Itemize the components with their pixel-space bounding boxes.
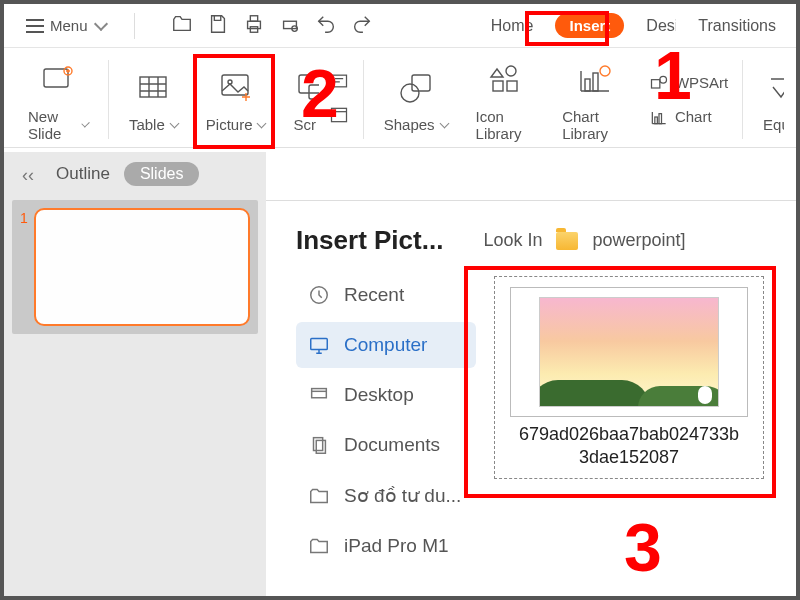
chevron-down-icon bbox=[439, 118, 449, 128]
svg-rect-12 bbox=[331, 75, 346, 87]
source-computer[interactable]: Computer bbox=[296, 322, 476, 368]
svg-rect-1 bbox=[250, 15, 257, 21]
picture-button[interactable]: Picture bbox=[194, 60, 278, 139]
screenshot-button[interactable]: Scr bbox=[281, 60, 318, 139]
file-item[interactable]: 679ad026baa7bab024733b3dae152087 bbox=[494, 276, 764, 479]
source-folder-2[interactable]: iPad Pro M1 bbox=[296, 523, 476, 569]
small-group-2: WPSArt Chart bbox=[643, 73, 734, 127]
source-recent[interactable]: Recent bbox=[296, 272, 476, 318]
svg-point-21 bbox=[600, 66, 610, 76]
icon-library-icon bbox=[485, 56, 525, 102]
svg-rect-0 bbox=[247, 21, 260, 28]
tab-design[interactable]: Design bbox=[646, 17, 676, 35]
tab-home[interactable]: Home bbox=[491, 17, 534, 35]
svg-point-15 bbox=[401, 84, 419, 102]
header-footer-icon[interactable] bbox=[329, 105, 349, 129]
chart-button[interactable]: Chart bbox=[649, 107, 728, 127]
source-folder-1[interactable]: Sơ đồ tư du... bbox=[296, 472, 476, 519]
shapes-icon bbox=[396, 64, 436, 110]
folder-icon bbox=[556, 232, 578, 250]
slide-preview bbox=[34, 208, 250, 326]
outline-tab[interactable]: Outline bbox=[56, 164, 110, 184]
svg-rect-28 bbox=[312, 389, 327, 398]
icon-library-button[interactable]: Icon Library bbox=[464, 52, 547, 148]
svg-rect-25 bbox=[659, 113, 662, 123]
svg-rect-17 bbox=[493, 81, 503, 91]
wpsart-button[interactable]: WPSArt bbox=[649, 73, 728, 93]
hamburger-icon bbox=[26, 19, 44, 33]
chevron-down-icon bbox=[81, 119, 90, 128]
source-list: Recent Computer Desktop Documents Sơ đồ … bbox=[296, 272, 476, 569]
new-slide-label: New Slide bbox=[28, 108, 77, 142]
source-label: Desktop bbox=[344, 384, 414, 406]
folder-icon bbox=[308, 485, 330, 507]
equation-icon bbox=[763, 64, 784, 110]
textbox-icon[interactable] bbox=[329, 71, 349, 95]
slide-thumbnail-container: 1 bbox=[12, 200, 258, 334]
svg-rect-31 bbox=[316, 440, 325, 453]
new-slide-button[interactable]: New Slide bbox=[16, 52, 100, 148]
file-thumbnail bbox=[510, 287, 748, 417]
chevron-down-icon bbox=[169, 118, 179, 128]
panel-header: Outline Slides bbox=[4, 152, 266, 192]
source-desktop[interactable]: Desktop bbox=[296, 372, 476, 418]
divider bbox=[134, 13, 135, 39]
open-icon[interactable] bbox=[171, 13, 193, 39]
screenshot-icon bbox=[293, 64, 318, 110]
svg-rect-3 bbox=[283, 21, 296, 28]
ribbon-insert: New Slide Table Picture Scr Shapes Icon … bbox=[4, 48, 796, 148]
menu-bar: Menu Home Insert Design Transitions bbox=[4, 4, 796, 48]
svg-rect-7 bbox=[140, 77, 166, 97]
svg-rect-27 bbox=[311, 339, 328, 350]
menu-label: Menu bbox=[50, 17, 88, 34]
svg-rect-22 bbox=[651, 79, 659, 87]
svg-rect-11 bbox=[309, 85, 318, 99]
chart-library-button[interactable]: Chart Library bbox=[550, 52, 639, 148]
svg-point-16 bbox=[506, 66, 516, 76]
table-label: Table bbox=[129, 116, 165, 133]
collapse-icon[interactable] bbox=[22, 167, 42, 181]
source-documents[interactable]: Documents bbox=[296, 422, 476, 468]
divider bbox=[108, 60, 109, 139]
dialog-title: Insert Pict... bbox=[296, 225, 443, 256]
tab-transitions[interactable]: Transitions bbox=[698, 17, 776, 35]
image-preview bbox=[539, 297, 719, 407]
slides-tab[interactable]: Slides bbox=[124, 162, 200, 186]
source-label: Documents bbox=[344, 434, 440, 456]
table-button[interactable]: Table bbox=[117, 60, 190, 139]
divider bbox=[363, 60, 364, 139]
look-in-folder[interactable]: powerpoint] bbox=[592, 230, 685, 251]
undo-icon[interactable] bbox=[315, 13, 337, 39]
svg-rect-20 bbox=[593, 73, 598, 91]
svg-rect-18 bbox=[507, 81, 517, 91]
file-name: 679ad026baa7bab024733b3dae152087 bbox=[519, 423, 739, 468]
shapes-button[interactable]: Shapes bbox=[372, 60, 460, 139]
small-group bbox=[323, 71, 355, 129]
svg-rect-8 bbox=[222, 75, 248, 95]
screenshot-label: Scr bbox=[293, 116, 316, 133]
documents-icon bbox=[308, 434, 330, 456]
source-label: Computer bbox=[344, 334, 427, 356]
look-in-label: Look In bbox=[483, 230, 542, 251]
source-label: Recent bbox=[344, 284, 404, 306]
print-preview-icon[interactable] bbox=[279, 13, 301, 39]
slides-panel: Outline Slides 1 bbox=[4, 152, 266, 596]
svg-rect-14 bbox=[412, 75, 430, 91]
clock-icon bbox=[308, 284, 330, 306]
print-icon[interactable] bbox=[243, 13, 265, 39]
equation-button[interactable]: Equa bbox=[751, 60, 784, 139]
redo-icon[interactable] bbox=[351, 13, 373, 39]
menu-dropdown[interactable]: Menu bbox=[16, 13, 116, 38]
source-label: Sơ đồ tư du... bbox=[344, 484, 461, 507]
save-icon[interactable] bbox=[207, 13, 229, 39]
look-in-row: Look In powerpoint] bbox=[483, 230, 685, 251]
svg-rect-19 bbox=[585, 79, 590, 91]
tab-insert[interactable]: Insert bbox=[555, 13, 624, 38]
divider bbox=[742, 60, 743, 139]
equation-label: Equa bbox=[763, 116, 784, 133]
picture-label: Picture bbox=[206, 116, 253, 133]
svg-point-23 bbox=[660, 76, 667, 83]
slide-thumbnail[interactable]: 1 bbox=[20, 208, 250, 326]
quick-access-toolbar bbox=[171, 13, 373, 39]
svg-rect-2 bbox=[250, 26, 257, 32]
